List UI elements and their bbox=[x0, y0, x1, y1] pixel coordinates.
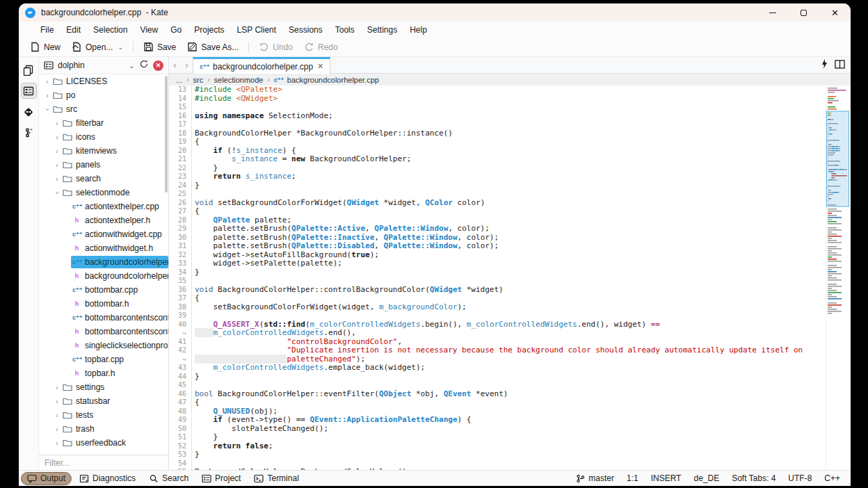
tree-item-trash[interactable]: ›trash bbox=[39, 422, 168, 436]
status-1-1[interactable]: 1:1 bbox=[620, 473, 645, 483]
terminal-panel-button[interactable]: Terminal bbox=[248, 472, 304, 485]
expand-chevron-icon[interactable]: › bbox=[53, 398, 61, 405]
tree-item-topbar-cpp[interactable]: c⁺⁺topbar.cpp bbox=[39, 352, 168, 366]
split-view-button[interactable] bbox=[835, 59, 845, 72]
menu-sessions[interactable]: Sessions bbox=[282, 25, 329, 35]
menu-selection[interactable]: Selection bbox=[87, 25, 134, 35]
menu-tools[interactable]: Tools bbox=[329, 25, 361, 35]
projects-toolview-button[interactable] bbox=[21, 83, 37, 99]
tree-item-backgroundcolorhelper-h[interactable]: hbackgroundcolorhelper.h bbox=[39, 269, 168, 283]
tab-close-icon[interactable]: ✕ bbox=[317, 62, 323, 71]
tree-item-actionwithwidget-h[interactable]: hactionwithwidget.h bbox=[39, 241, 168, 255]
code-line[interactable]: 14#include <QWidget> bbox=[169, 95, 823, 104]
code-line[interactable]: 42 "Duplicate insertion is not necessary… bbox=[169, 346, 823, 355]
menu-view[interactable]: View bbox=[134, 25, 164, 35]
tree-item-statusbar[interactable]: ›statusbar bbox=[39, 394, 168, 408]
expand-chevron-icon[interactable]: › bbox=[53, 120, 61, 127]
project-name[interactable]: dolphin bbox=[58, 60, 123, 70]
tree-item-po[interactable]: ›po bbox=[39, 88, 168, 102]
documents-toolview-button[interactable] bbox=[21, 62, 37, 78]
titlebar[interactable]: ✒ backgroundcolorhelper.cpp - Kate ✕ bbox=[19, 3, 851, 22]
menu-file[interactable]: File bbox=[34, 25, 60, 35]
project-filter-input[interactable]: Filter... bbox=[39, 455, 168, 470]
tree-item-singleclickselectionproxy-[interactable]: hsingleclickselectionproxy... bbox=[39, 339, 168, 352]
menu-settings[interactable]: Settings bbox=[361, 25, 403, 35]
save-as-button[interactable]: Save As... bbox=[182, 40, 244, 54]
editor[interactable]: 13#include <QPalette>14#include <QWidget… bbox=[169, 86, 851, 470]
code-line[interactable]: 38 setBackgroundColorForWidget(widget, m… bbox=[169, 303, 823, 312]
status-de-de[interactable]: de_DE bbox=[687, 473, 725, 483]
code-line[interactable]: 36void BackgroundColorHelper::controlBac… bbox=[169, 286, 823, 295]
code-line[interactable]: 21 s_instance = new BackgroundColorHelpe… bbox=[169, 155, 823, 164]
status-soft-tabs-4[interactable]: Soft Tabs: 4 bbox=[725, 473, 782, 483]
menu-edit[interactable]: Edit bbox=[60, 25, 87, 35]
project-reload-button[interactable] bbox=[139, 59, 149, 72]
tree-item-settings[interactable]: ›settings bbox=[39, 380, 168, 394]
code-line[interactable]: 26void setBackgroundColorForWidget(QWidg… bbox=[169, 199, 823, 208]
minimize-button[interactable] bbox=[757, 3, 788, 22]
tree-item-actiontexthelper-cpp[interactable]: c⁺⁺actiontexthelper.cpp bbox=[39, 200, 168, 213]
tree-item-actionwithwidget-cpp[interactable]: c⁺⁺actionwithwidget.cpp bbox=[39, 227, 168, 241]
tree-item-src[interactable]: ›src bbox=[39, 102, 168, 116]
breadcrumb-item-selectionmode[interactable]: selectionmode bbox=[214, 76, 264, 84]
code-line[interactable]: 24} bbox=[169, 181, 823, 190]
symbols-toolview-button[interactable]: + bbox=[21, 124, 37, 140]
code-line[interactable]: 33 widget->setPalette(palette); bbox=[169, 259, 823, 268]
minimap-scrollbar[interactable] bbox=[826, 86, 849, 470]
project-close-button[interactable]: ✕ bbox=[153, 60, 163, 71]
menu-help[interactable]: Help bbox=[403, 25, 433, 35]
tree-scrollbar[interactable] bbox=[165, 76, 168, 193]
breadcrumb-item-backgroundcolorhelper-cpp[interactable]: backgroundcolorhelper.cpp bbox=[287, 76, 379, 84]
expand-chevron-icon[interactable]: › bbox=[43, 78, 51, 86]
project-panel-button[interactable]: Project bbox=[196, 472, 246, 485]
tree-item-backgroundcolorhelper-c-[interactable]: c⁺⁺backgroundcolorhelper.c... bbox=[39, 255, 168, 269]
expand-chevron-icon[interactable]: › bbox=[53, 412, 61, 419]
code-line[interactable]: 16using namespace SelectionMode; bbox=[169, 112, 823, 121]
history-back-button[interactable]: ‹ bbox=[169, 57, 181, 73]
collapse-chevron-icon[interactable]: › bbox=[54, 188, 61, 197]
tree-item-selectionmode[interactable]: ›selectionmode bbox=[39, 186, 168, 200]
search-panel-button[interactable]: Search bbox=[143, 472, 194, 485]
expand-chevron-icon[interactable]: › bbox=[53, 425, 61, 433]
code-line[interactable]: 46bool BackgroundColorHelper::eventFilte… bbox=[169, 390, 823, 399]
redo-button[interactable]: Redo bbox=[298, 40, 344, 54]
quick-open-button[interactable] bbox=[821, 59, 828, 72]
tree-item-bottombar-h[interactable]: hbottombar.h bbox=[39, 297, 168, 311]
expand-chevron-icon[interactable]: › bbox=[43, 92, 51, 99]
expand-chevron-icon[interactable]: › bbox=[53, 147, 61, 155]
expand-chevron-icon[interactable]: › bbox=[53, 161, 61, 169]
menu-projects[interactable]: Projects bbox=[188, 25, 230, 35]
tree-item-panels[interactable]: ›panels bbox=[39, 158, 168, 172]
undo-button[interactable]: Undo bbox=[253, 40, 298, 54]
close-button[interactable]: ✕ bbox=[819, 3, 851, 22]
menu-lsp-client[interactable]: LSP Client bbox=[231, 25, 282, 35]
expand-chevron-icon[interactable]: › bbox=[53, 384, 61, 391]
code-line[interactable]: 18BackgroundColorHelper *BackgroundColor… bbox=[169, 129, 823, 138]
tree-item-bottombarcontentscont-[interactable]: hbottombarcontentscont... bbox=[39, 325, 168, 339]
new-button[interactable]: New bbox=[24, 40, 66, 54]
diagnostics-panel-button[interactable]: Diagnostics bbox=[74, 472, 141, 485]
tab-backgroundcolorhelper[interactable]: c⁺⁺ backgroundcolorhelper.cpp ✕ bbox=[193, 57, 330, 74]
status-master[interactable]: master bbox=[570, 473, 620, 483]
history-forward-button[interactable]: › bbox=[181, 57, 193, 73]
status-c-[interactable]: C++ bbox=[818, 473, 846, 483]
maximize-button[interactable] bbox=[788, 3, 819, 22]
tree-item-search[interactable]: ›search bbox=[39, 172, 168, 186]
save-button[interactable]: Save bbox=[138, 40, 182, 54]
tree-item-bottombar-cpp[interactable]: c⁺⁺bottombar.cpp bbox=[39, 283, 168, 297]
code-line[interactable]: 53} bbox=[169, 450, 823, 459]
tree-item-filterbar[interactable]: ›filterbar bbox=[39, 116, 168, 130]
expand-chevron-icon[interactable]: › bbox=[53, 133, 61, 141]
output-panel-button[interactable]: Output bbox=[21, 472, 72, 485]
status-insert[interactable]: INSERT bbox=[645, 473, 688, 483]
open-button[interactable]: Open...⌄ bbox=[66, 40, 129, 54]
status-utf-8[interactable]: UTF-8 bbox=[782, 473, 818, 483]
code-line[interactable]: 50 slotPaletteChanged(); bbox=[169, 425, 823, 434]
tree-item-tests[interactable]: ›tests bbox=[39, 408, 168, 422]
tree-item-licenses[interactable]: ›LICENSES bbox=[39, 74, 168, 88]
tree-item-userfeedback[interactable]: ›userfeedback bbox=[39, 436, 168, 450]
tree-item-bottombarcontentscont-[interactable]: c⁺⁺bottombarcontentscont... bbox=[39, 311, 168, 325]
tree-item-kitemviews[interactable]: ›kitemviews bbox=[39, 144, 168, 158]
code-line[interactable]: 34} bbox=[169, 268, 823, 277]
menu-go[interactable]: Go bbox=[164, 25, 188, 35]
